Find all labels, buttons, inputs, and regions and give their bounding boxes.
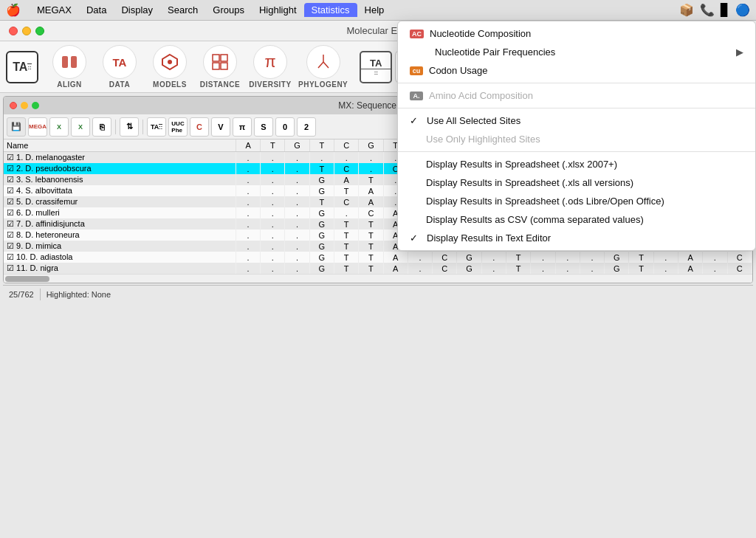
status-separator	[40, 289, 41, 300]
highlighted-status: Highlighted: None	[47, 290, 111, 299]
dropbox-icon[interactable]: 📦	[679, 3, 694, 17]
amino-acid-item: A. Amino Acid Composition	[398, 86, 755, 105]
phylogeny-button[interactable]: PHYLOGENY	[298, 45, 348, 89]
menu-display[interactable]: Display	[114, 3, 160, 17]
cell: .	[334, 152, 359, 164]
cell: .	[236, 152, 260, 164]
use-highlighted-sites-label: Use Only Highlighted Sites	[426, 134, 540, 145]
c-button[interactable]: C	[190, 117, 209, 137]
distance-button[interactable]: DISTANCE	[198, 45, 242, 89]
align-button[interactable]: ALIGN	[47, 45, 92, 89]
row-name-5: ☑ 6. D. mulleri	[4, 207, 236, 218]
use-all-sites-label: Use All Selected Sites	[427, 115, 520, 126]
cursor-icon[interactable]: 🔵	[735, 3, 750, 17]
models-icon	[153, 45, 187, 79]
display-ods-item[interactable]: Display Results in Spreadsheet (.ods Lib…	[398, 192, 755, 210]
s-button[interactable]: S	[254, 117, 273, 137]
svg-line-9	[318, 62, 323, 68]
scrollbar-thumb[interactable]	[5, 276, 49, 282]
col-header-4: C	[334, 139, 359, 152]
menu-help[interactable]: Help	[357, 3, 392, 17]
row-name-4: ☑ 5. D. crassifemur	[4, 196, 236, 207]
menu-megax[interactable]: MEGAX	[30, 3, 79, 17]
seq-close-button[interactable]	[10, 102, 17, 109]
cu-icon: cu	[410, 66, 423, 75]
ta-side-icon: TA::	[6, 51, 38, 83]
two-button[interactable]: 2	[297, 117, 316, 137]
menu-highlight[interactable]: Highlight	[252, 3, 304, 17]
svg-rect-6	[213, 63, 219, 69]
xls-button[interactable]: X	[71, 117, 90, 137]
diversity-button[interactable]: π DIVERSITY	[248, 45, 292, 89]
v-button[interactable]: V	[211, 117, 230, 137]
display-text-item[interactable]: Display Results in Text Editor	[398, 229, 755, 247]
horizontal-scrollbar[interactable]	[4, 274, 752, 283]
align-icon	[52, 45, 86, 79]
sort-button[interactable]: ⇅	[120, 117, 139, 137]
close-button[interactable]	[9, 27, 18, 35]
separator-3	[398, 151, 755, 152]
separator-1	[398, 83, 755, 83]
menu-statistics[interactable]: Statistics	[304, 3, 357, 17]
svg-rect-1	[71, 56, 77, 68]
row-name-7: ☑ 8. D. heteroneura	[4, 230, 236, 241]
cell: .	[309, 152, 334, 164]
mega-button[interactable]: MEGA	[28, 117, 47, 137]
save-button[interactable]: 💾	[7, 117, 26, 137]
row-name-0: ☑ 1. D. melanogaster	[4, 152, 236, 164]
codon-usage-label: Codon Usage	[429, 65, 488, 76]
toolbar-sep2	[142, 120, 143, 134]
display-xls-label: Display Results in Spreadsheet (.xls all…	[426, 177, 633, 188]
ta-seq-button[interactable]: TA::	[147, 117, 166, 137]
bar-icon[interactable]: ▊	[721, 3, 729, 17]
display-xls-item[interactable]: Display Results in Spreadsheet (.xls all…	[398, 173, 755, 192]
data-icon: TA	[103, 45, 137, 79]
minimize-button[interactable]	[22, 27, 31, 35]
xlsx-button[interactable]: X	[49, 117, 69, 137]
codon-usage-item[interactable]: cu Codon Usage	[398, 61, 755, 80]
ac-icon: AC	[410, 30, 424, 38]
col-header-0: A	[236, 139, 260, 152]
row-name-3: ☑ 4. S. albovittata	[4, 185, 236, 196]
seq-maximize-button[interactable]	[32, 102, 39, 109]
ta-icon: TA::	[6, 51, 38, 83]
menu-data[interactable]: Data	[79, 3, 114, 17]
menu-search[interactable]: Search	[160, 3, 205, 17]
cell: .	[285, 152, 309, 164]
data-button[interactable]: TA DATA	[97, 45, 142, 89]
nucleotide-pair-item[interactable]: Nucleotide Pair Frequencies ▶	[398, 43, 755, 61]
nucleotide-composition-item[interactable]: AC Nucleotide Composition	[398, 24, 755, 43]
display-ods-label: Display Results in Spreadsheet (.ods Lib…	[426, 196, 664, 207]
copy-button[interactable]: ⎘	[92, 117, 111, 137]
amino-acid-label: Amino Acid Composition	[429, 90, 533, 101]
aa-icon: A.	[410, 92, 423, 100]
zero-button[interactable]: 0	[275, 117, 295, 137]
nucleotide-composition-label: Nucleotide Composition	[430, 28, 531, 39]
display-xlsx-item[interactable]: Display Results in Spreadsheet (.xlsx 20…	[398, 155, 755, 173]
cell: .	[261, 152, 285, 164]
use-highlighted-sites-item: Use Only Highlighted Sites	[398, 130, 755, 148]
col-header-3: T	[309, 139, 334, 152]
apple-menu[interactable]: 🍎	[6, 3, 21, 17]
use-all-sites-item[interactable]: Use All Selected Sites	[398, 111, 755, 130]
seq-minimize-button[interactable]	[21, 102, 28, 109]
display-xlsx-label: Display Results in Spreadsheet (.xlsx 20…	[426, 159, 617, 170]
menu-groups[interactable]: Groups	[205, 3, 252, 17]
maximize-button[interactable]	[35, 27, 44, 35]
toolbar-sep1	[115, 120, 116, 134]
phone-icon[interactable]: 📞	[700, 3, 715, 17]
models-button[interactable]: MODELS	[148, 45, 192, 89]
statusbar: 25/762 Highlighted: None	[3, 285, 753, 303]
separator-2	[398, 108, 755, 108]
codon-button[interactable]: UUCPhe	[168, 117, 188, 137]
display-csv-item[interactable]: Display Results as CSV (comma separated …	[398, 210, 755, 229]
nucleotide-pair-label: Nucleotide Pair Frequencies	[435, 46, 555, 58]
phylogeny-label: PHYLOGENY	[298, 80, 348, 89]
svg-rect-4	[213, 55, 219, 61]
diversity-icon: π	[253, 45, 287, 79]
col-header-5: G	[359, 139, 383, 152]
pi-button[interactable]: π	[233, 117, 252, 137]
cell: .	[359, 152, 383, 164]
window-controls	[9, 27, 44, 35]
display-csv-label: Display Results as CSV (comma separated …	[426, 214, 644, 225]
